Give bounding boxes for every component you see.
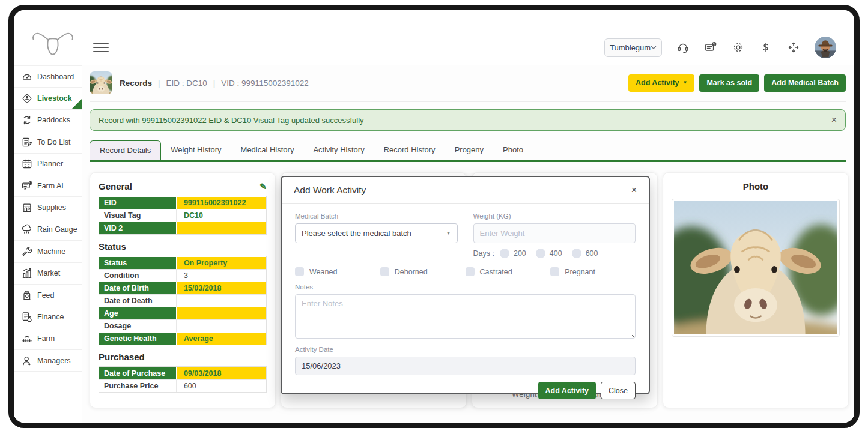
days-radio[interactable] [536, 249, 545, 258]
row-label: Status [99, 257, 176, 269]
sidebar-item[interactable]: Livestock [14, 88, 82, 109]
activity-checkbox-label: Castrated [480, 268, 512, 276]
tab[interactable]: Activity History [303, 140, 374, 160]
tab[interactable]: Record Details [90, 140, 161, 160]
days-radio[interactable] [572, 249, 581, 258]
medical-batch-select[interactable]: Please select the medical batch ▼ [295, 223, 458, 243]
sidebar-item-icon [21, 136, 33, 148]
modal-close-button[interactable]: Close [601, 382, 636, 399]
tab[interactable]: Record History [374, 140, 445, 160]
sidebar-item-icon [21, 246, 33, 258]
tab[interactable]: Photo [493, 140, 533, 160]
sidebar-item-icon [21, 223, 33, 235]
notes-label: Notes [295, 283, 636, 291]
sidebar-item[interactable]: Finance [14, 306, 82, 328]
sidebar-item-icon [21, 114, 33, 126]
modal-close-icon[interactable]: × [631, 185, 637, 196]
sidebar-item-icon [21, 267, 33, 279]
sidebar-item[interactable]: Rain Gauge [14, 219, 82, 241]
purchased-table: Date of Purchase 09/03/2018 Purchase Pri… [99, 366, 267, 393]
user-avatar[interactable] [815, 37, 836, 58]
sidebar-item-icon [21, 355, 33, 367]
sidebar-item[interactable]: Planner [14, 154, 82, 175]
farm-selector-value: Tumblegum [610, 43, 651, 52]
status-table: Status On Property Condition 3 Date of B… [99, 256, 267, 345]
row-label: Age [99, 307, 176, 319]
add-work-activity-modal: Add Work Activity × Medical Batch Please… [281, 176, 650, 394]
row-label: Condition [99, 270, 176, 282]
sidebar-item-label: Dashboard [37, 73, 74, 81]
sidebar-item-label: Planner [37, 160, 63, 168]
table-row: EID 999115002391022 [99, 196, 266, 209]
subscription-card-icon[interactable] [704, 41, 717, 54]
edit-pencil-icon[interactable]: ✎ [259, 182, 267, 191]
modal-add-activity-button[interactable]: Add Activity [538, 382, 596, 399]
activity-checkbox[interactable] [295, 267, 304, 276]
table-row: Visual Tag DC10 [99, 209, 266, 222]
days-radio[interactable] [500, 249, 509, 258]
sidebar-item[interactable]: Dashboard [14, 66, 82, 88]
row-value: 3 [176, 270, 266, 282]
sidebar-item-icon [21, 71, 33, 83]
sidebar-item[interactable]: Farm [14, 328, 82, 350]
row-value: On Property [176, 257, 266, 269]
sidebar-item[interactable]: Managers [14, 350, 82, 372]
days-option-label: 400 [550, 249, 562, 258]
table-row: Date of Purchase 09/03/2018 [99, 367, 266, 379]
weight-input[interactable] [473, 223, 636, 243]
add-activity-dropdown-button[interactable]: Add Activity ▼ [628, 74, 694, 92]
row-label: Visual Tag [99, 209, 176, 222]
success-alert: Record with 999115002391022 EID & DC10 V… [90, 109, 846, 131]
sidebar-item[interactable]: Supplies [14, 197, 82, 219]
move-arrows-icon[interactable] [787, 41, 800, 54]
general-table: EID 999115002391022 Visual Tag DC10 VID … [99, 196, 267, 235]
activity-checkbox[interactable] [380, 267, 389, 276]
sidebar-item-label: Rain Gauge [37, 225, 77, 234]
settings-gear-icon[interactable] [732, 41, 745, 54]
days-option-label: 200 [514, 249, 526, 258]
menu-hamburger-icon[interactable] [93, 43, 109, 55]
table-row: Date of Birth 15/03/2018 [99, 282, 266, 294]
notes-textarea[interactable] [295, 294, 636, 339]
weight-label: Weight (KG) [473, 212, 636, 220]
sidebar-item-label: Finance [37, 313, 64, 321]
sidebar: Dashboard Livestock Paddocks To Do List … [14, 65, 82, 423]
sidebar-item[interactable]: To Do List [14, 131, 82, 153]
record-header: Records | EID : DC10 | VID : 99911500239… [90, 71, 846, 102]
sidebar-item[interactable]: Market [14, 263, 82, 285]
activity-date-label: Activity Date [295, 346, 636, 353]
billing-dollar-icon[interactable] [759, 41, 772, 54]
row-value [176, 222, 266, 234]
activity-checkbox-label: Pregnant [565, 268, 595, 276]
activity-checkbox[interactable] [466, 267, 475, 276]
row-label: VID 2 [99, 222, 176, 234]
table-row: Age [99, 307, 266, 319]
tab[interactable]: Progeny [445, 140, 493, 160]
mark-as-sold-button[interactable]: Mark as sold [699, 74, 759, 92]
table-row: Status On Property [99, 256, 266, 269]
support-headset-icon[interactable] [676, 41, 690, 54]
tab[interactable]: Weight History [161, 140, 231, 160]
add-medical-batch-button[interactable]: Add Medical Batch [764, 74, 846, 92]
app-window: Tumblegum [8, 5, 860, 428]
days-option-label: 600 [586, 249, 598, 258]
alert-close-icon[interactable]: × [831, 115, 837, 125]
breadcrumb-records[interactable]: Records [120, 79, 152, 88]
activity-date-input[interactable] [295, 357, 636, 375]
breadcrumb-eid: EID : DC10 [166, 79, 207, 88]
row-label: EID [99, 197, 176, 209]
sidebar-item[interactable]: Feed [14, 285, 82, 306]
sidebar-item[interactable]: Machine [14, 241, 82, 262]
breadcrumb-vid: VID : 999115002391022 [221, 79, 308, 88]
row-value: Average [176, 333, 266, 345]
farm-selector-dropdown[interactable]: Tumblegum [604, 38, 662, 57]
sidebar-item[interactable]: Paddocks [14, 110, 82, 131]
sidebar-item-label: Feed [37, 291, 55, 300]
sidebar-item-label: Paddocks [37, 116, 70, 124]
row-value: DC10 [176, 209, 266, 222]
row-label: Date of Birth [99, 282, 176, 294]
sidebar-item[interactable]: Farm AI [14, 175, 82, 197]
tab[interactable]: Medical History [231, 140, 304, 160]
activity-checkbox[interactable] [550, 267, 559, 276]
sidebar-item-icon [21, 92, 33, 104]
